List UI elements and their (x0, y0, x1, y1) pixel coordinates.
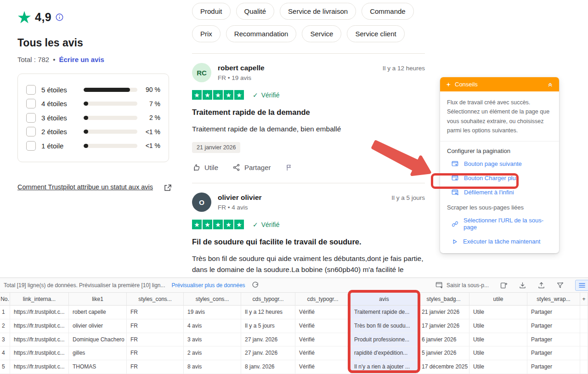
data-cell[interactable]: FR (127, 319, 184, 333)
column-header-No[interactable]: No. (0, 293, 10, 306)
data-cell[interactable]: Vérifié (295, 346, 351, 360)
topic-chip[interactable]: Service (302, 25, 341, 42)
data-cell[interactable] (580, 333, 588, 347)
topic-chip[interactable]: Commande (362, 3, 414, 20)
column-header-stylescons[interactable]: styles_cons... (184, 293, 241, 306)
data-cell[interactable]: Vérifié (295, 319, 351, 333)
data-cell[interactable]: FR (127, 346, 184, 360)
data-cell[interactable]: 27 janv. 2026 (241, 333, 295, 347)
pagination-option-load-more[interactable]: Bouton Charger plus (440, 171, 559, 185)
data-cell[interactable]: olivier olivier (69, 319, 127, 333)
share-button[interactable]: Partager (232, 163, 271, 172)
rating-info-icon[interactable] (55, 13, 64, 22)
data-cell[interactable]: 3 avis (184, 333, 241, 347)
reviewer-name[interactable]: robert capelle (218, 64, 376, 72)
data-cell[interactable]: Il y a 12 heures (241, 306, 295, 319)
add-record-icon[interactable] (500, 281, 508, 289)
data-cell[interactable]: 27 janv. 2026 (241, 346, 295, 360)
topic-chip[interactable]: Qualité (236, 3, 275, 20)
data-cell[interactable]: Utile (469, 333, 527, 347)
data-cell[interactable]: Il y a 5 jours (241, 319, 295, 333)
topic-chip[interactable]: Prix (192, 25, 220, 42)
data-cell[interactable]: https://fr.trustpilot.c... (10, 346, 69, 360)
row-number-cell[interactable]: 4 (0, 346, 10, 360)
data-cell[interactable]: 8 janv. 2026 (241, 360, 295, 374)
avatar[interactable]: O (192, 193, 211, 212)
subpage-option-play[interactable]: Exécuter la tâche maintenant (440, 234, 559, 249)
data-cell[interactable]: FR (127, 306, 184, 319)
pagination-option-infinite-scroll[interactable]: Défilement à l'infini (440, 185, 559, 199)
download-icon[interactable] (519, 281, 526, 289)
data-cell[interactable]: Il n'y a rien à ajouter ... (351, 360, 418, 374)
data-cell[interactable]: 5 janvier 2026 (418, 346, 469, 360)
column-header-utile[interactable]: utile (469, 293, 527, 306)
data-cell[interactable]: 21 janvier 2026 (418, 306, 469, 319)
write-review-link[interactable]: Écrire un avis (59, 56, 104, 63)
data-cell[interactable] (580, 346, 588, 360)
data-cell[interactable]: https://fr.trustpilot.c... (10, 319, 69, 333)
refresh-icon[interactable] (252, 282, 259, 289)
data-cell[interactable]: Traitement rapide de... (351, 306, 418, 319)
data-cell[interactable]: Vérifié (295, 306, 351, 319)
collapse-chevrons-icon[interactable] (547, 81, 554, 88)
star-filter-checkbox[interactable] (26, 141, 36, 151)
data-cell[interactable]: 6 janvier 2026 (418, 333, 469, 347)
data-cell[interactable]: 4 avis (184, 319, 241, 333)
view-toggle-button[interactable] (575, 280, 588, 291)
data-cell[interactable]: Partager (527, 319, 580, 333)
column-header-linkinterna[interactable]: link_interna... (10, 293, 69, 306)
topic-chip[interactable]: Produit (192, 3, 231, 20)
topic-chip[interactable]: Service de livraison (280, 3, 356, 20)
review-status-link[interactable]: Comment Trustpilot attribue un statut au… (17, 182, 153, 192)
data-cell[interactable] (580, 319, 588, 333)
data-cell[interactable]: FR (127, 333, 184, 347)
topic-chip[interactable]: Recommandation (226, 25, 297, 42)
data-cell[interactable]: Produit professionne... (351, 333, 418, 347)
flag-review-button[interactable] (285, 163, 293, 172)
star-filter-checkbox[interactable] (26, 99, 36, 108)
data-cell[interactable]: 2 avis (184, 346, 241, 360)
pagination-option-next-page[interactable]: Bouton page suivante (440, 157, 559, 171)
data-cell[interactable]: Partager (527, 306, 580, 319)
column-header-avis[interactable]: avis (351, 293, 418, 306)
star-filter-checkbox[interactable] (26, 113, 36, 123)
data-cell[interactable]: robert capelle (69, 306, 127, 319)
data-cell[interactable]: 17 décembre 2025 (418, 360, 469, 374)
column-header-cdstypogr[interactable]: cds_typogr... (241, 293, 295, 306)
preview-more-link[interactable]: Prévisualiser plus de données (172, 282, 245, 289)
column-header-cdstypogr[interactable]: cds_typogr... (295, 293, 351, 306)
filter-icon[interactable] (556, 281, 564, 289)
row-number-cell[interactable]: 5 (0, 360, 10, 374)
column-header-styleswrap[interactable]: styles_wrap... (527, 293, 580, 306)
data-cell[interactable]: Dominique Chachero (69, 333, 127, 347)
topic-chip[interactable]: Service client (347, 25, 404, 42)
data-cell[interactable]: Utile (469, 306, 527, 319)
star-filter-checkbox[interactable] (26, 127, 36, 136)
data-cell[interactable]: Partager (527, 333, 580, 347)
data-cell[interactable]: Utile (469, 319, 527, 333)
data-cell[interactable] (580, 360, 588, 374)
data-cell[interactable]: https://fr.trustpilot.c... (10, 306, 69, 319)
data-cell[interactable] (580, 306, 588, 319)
data-cell[interactable]: https://fr.trustpilot.c... (10, 333, 69, 347)
enter-subpage-button[interactable]: Saisir la sous-p... (435, 282, 489, 289)
data-cell[interactable]: Très bon fil de soudu... (351, 319, 418, 333)
tips-panel-header[interactable]: Conseils (440, 77, 559, 91)
column-header-[interactable]: + (580, 293, 588, 306)
reviewer-name[interactable]: olivier olivier (218, 193, 385, 202)
data-cell[interactable]: gilles (69, 346, 127, 360)
data-cell[interactable]: 17 janvier 2026 (418, 319, 469, 333)
data-cell[interactable]: THOMAS (69, 360, 127, 374)
data-cell[interactable]: Partager (527, 346, 580, 360)
avatar[interactable]: RC (192, 63, 211, 82)
row-number-cell[interactable]: 1 (0, 306, 10, 319)
upload-icon[interactable] (537, 281, 545, 289)
data-cell[interactable]: FR (127, 360, 184, 374)
data-cell[interactable]: Partager (527, 360, 580, 374)
data-cell[interactable]: Utile (469, 346, 527, 360)
useful-button[interactable]: Utile (192, 163, 218, 172)
data-cell[interactable]: 19 avis (184, 306, 241, 319)
column-header-stylesbadg[interactable]: styles_badg... (418, 293, 469, 306)
star-filter-checkbox[interactable] (26, 85, 36, 95)
data-cell[interactable]: rapidité d'expédition... (351, 346, 418, 360)
